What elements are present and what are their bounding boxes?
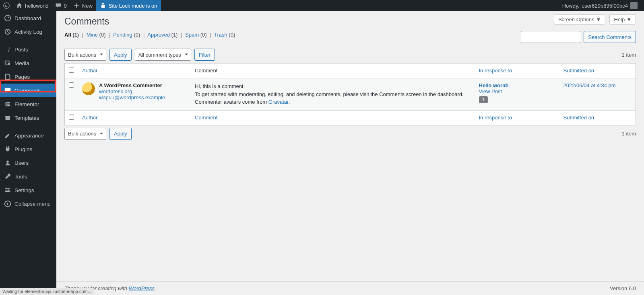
screen-meta-links: Screen Options ▼ Help ▼ <box>554 14 636 25</box>
menu-label: Dashboard <box>14 15 41 21</box>
templates-icon <box>4 114 11 121</box>
menu-templates[interactable]: Templates <box>0 111 56 125</box>
select-all-top[interactable] <box>69 68 74 73</box>
menu-label: Collapse menu <box>14 201 51 207</box>
filter-mine[interactable]: Mine (0) <box>87 32 106 38</box>
comments-table: Author Comment In response to Submitted … <box>64 63 636 125</box>
menu-dashboard[interactable]: Dashboard <box>0 11 56 25</box>
menu-tools[interactable]: Tools <box>0 170 56 183</box>
plus-icon <box>73 2 80 9</box>
response-post-link[interactable]: Hello world! <box>479 82 509 88</box>
select-all-bottom[interactable] <box>69 115 74 120</box>
page-title: Comments <box>64 11 636 29</box>
wordpress-link[interactable]: WordPress <box>129 285 155 291</box>
col-date[interactable]: Submitted on <box>559 64 636 78</box>
filter-pending[interactable]: Pending (0) <box>113 32 140 38</box>
filter-approved[interactable]: Approved (1) <box>147 32 178 38</box>
menu-plugins[interactable]: Plugins <box>0 142 56 156</box>
comments-icon <box>4 87 11 94</box>
col-response-foot[interactable]: In response to <box>475 110 559 125</box>
view-post-link[interactable]: View Post <box>479 88 502 94</box>
gravatar-link[interactable]: Gravatar <box>268 99 289 105</box>
menu-label: Tools <box>14 174 27 180</box>
response-count-badge[interactable]: 1 <box>479 96 488 103</box>
col-date-foot[interactable]: Submitted on <box>559 110 636 125</box>
svg-point-12 <box>6 188 8 190</box>
activity-icon <box>4 28 11 35</box>
author-email[interactable]: wapuu@wordpress.example <box>99 94 165 100</box>
menu-label: Comments <box>14 88 41 94</box>
row-checkbox[interactable] <box>69 82 74 88</box>
collapse-icon <box>4 200 11 207</box>
adminbar-account[interactable]: Howdy, user629b895f00bc4 <box>559 0 641 11</box>
menu-label: Appearance <box>14 133 44 139</box>
author-url[interactable]: wordpress.org <box>99 88 132 94</box>
menu-appearance[interactable]: Appearance <box>0 129 56 142</box>
menu-label: Activity Log <box>14 29 42 35</box>
menu-elementor[interactable]: Elementor <box>0 97 56 111</box>
menu-settings[interactable]: Settings <box>0 183 56 197</box>
adminbar-comments-count: 0 <box>64 3 67 9</box>
adminbar-lock-label: Site Lock mode is on <box>109 3 157 9</box>
menu-separator <box>0 39 56 43</box>
menu-activity-log[interactable]: Activity Log <box>0 25 56 39</box>
footer-version: Version 6.0 <box>610 285 636 291</box>
adminbar-new-label: New <box>82 3 93 9</box>
menu-pages[interactable]: Pages <box>0 70 56 84</box>
admin-bar-right: Howdy, user629b895f00bc4 <box>559 0 644 11</box>
wp-logo[interactable] <box>0 0 13 11</box>
menu-label: Plugins <box>14 146 32 152</box>
bulk-actions-select-bottom[interactable]: Bulk actions <box>64 128 106 140</box>
filter-button[interactable]: Filter <box>194 49 215 61</box>
comment-types-select[interactable]: All comment types <box>135 49 191 61</box>
menu-label: Templates <box>14 115 39 121</box>
apply-button-top[interactable]: Apply <box>109 49 132 61</box>
apply-button-bottom[interactable]: Apply <box>109 128 132 140</box>
menu-label: Users <box>14 160 29 166</box>
menu-comments[interactable]: Comments <box>0 84 56 97</box>
howdy-username: user629b895f00bc4 <box>582 3 628 9</box>
appearance-icon <box>4 132 11 139</box>
col-comment: Comment <box>191 64 475 78</box>
svg-rect-6 <box>7 104 10 105</box>
menu-users[interactable]: Users <box>0 156 56 170</box>
avatar <box>82 82 95 95</box>
menu-label: Media <box>14 60 29 66</box>
admin-bar-left: helloworld 0 New Site Lock mode is on <box>0 0 161 11</box>
screen-options-toggle[interactable]: Screen Options ▼ <box>554 14 605 25</box>
lock-icon <box>100 2 106 9</box>
users-icon <box>4 159 11 166</box>
filter-spam[interactable]: Spam (0) <box>185 32 206 38</box>
site-name-link[interactable]: helloworld <box>13 0 52 11</box>
settings-icon <box>4 186 11 194</box>
comment-icon <box>55 2 62 9</box>
svg-rect-4 <box>6 102 7 107</box>
home-icon <box>16 2 23 9</box>
help-label: Help <box>614 16 625 23</box>
col-response[interactable]: In response to <box>475 64 559 78</box>
pages-icon <box>4 73 11 80</box>
comment-body: Hi, this is a comment. To get started wi… <box>191 78 475 111</box>
menu-posts[interactable]: Posts <box>0 43 56 56</box>
date-link[interactable]: 2022/06/04 at 4:34 pm <box>564 82 616 88</box>
adminbar-new[interactable]: New <box>70 0 96 11</box>
adminbar-comments[interactable]: 0 <box>52 0 70 11</box>
search-input[interactable] <box>521 31 581 43</box>
adminbar-site-lock[interactable]: Site Lock mode is on <box>96 0 161 11</box>
menu-label: Settings <box>14 187 34 193</box>
search-comments-button[interactable]: Search Comments <box>584 31 636 43</box>
help-toggle[interactable]: Help ▼ <box>609 14 636 25</box>
content-area: Screen Options ▼ Help ▼ Comments Search … <box>56 11 644 295</box>
dashboard-icon <box>4 14 11 22</box>
col-author[interactable]: Author <box>78 64 191 78</box>
filter-all[interactable]: All (1) <box>64 32 79 38</box>
response-cell: Hello world! View Post 1 <box>475 78 559 111</box>
col-author-foot[interactable]: Author <box>78 110 191 125</box>
filter-trash[interactable]: Trash (0) <box>214 32 235 38</box>
menu-collapse[interactable]: Collapse menu <box>0 197 56 211</box>
menu-media[interactable]: Media <box>0 56 56 70</box>
col-comment-foot: Comment <box>191 110 475 125</box>
bulk-actions-select[interactable]: Bulk actions <box>64 49 106 61</box>
svg-rect-7 <box>7 105 10 107</box>
date-cell: 2022/06/04 at 4:34 pm <box>559 78 636 111</box>
